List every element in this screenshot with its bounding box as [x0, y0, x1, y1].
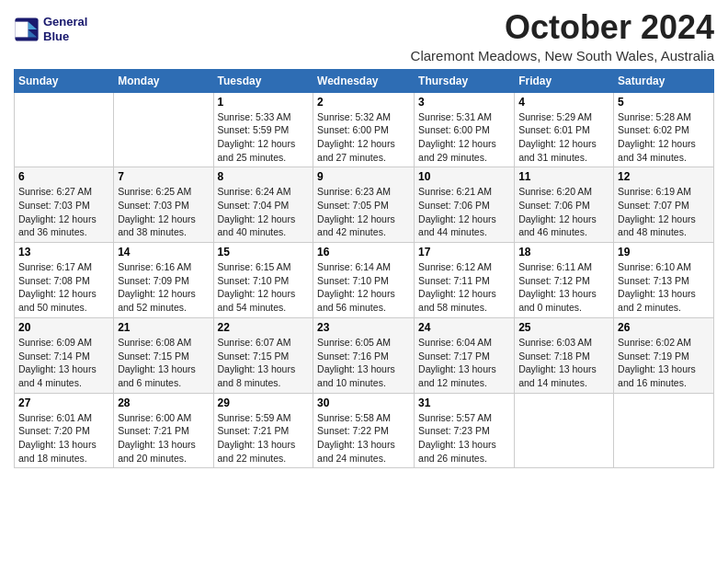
day-info: Sunrise: 6:05 AM Sunset: 7:16 PM Dayligh… — [317, 336, 410, 390]
day-info: Sunrise: 6:08 AM Sunset: 7:15 PM Dayligh… — [118, 336, 209, 390]
calendar-cell: 2Sunrise: 5:32 AM Sunset: 6:00 PM Daylig… — [313, 92, 415, 167]
calendar-cell: 8Sunrise: 6:24 AM Sunset: 7:04 PM Daylig… — [213, 167, 313, 243]
subtitle: Claremont Meadows, New South Wales, Aust… — [411, 48, 714, 63]
calendar-cell: 16Sunrise: 6:14 AM Sunset: 7:10 PM Dayli… — [313, 243, 415, 318]
header-day-monday: Monday — [114, 69, 213, 92]
logo-text: General Blue — [43, 15, 87, 43]
day-number: 15 — [218, 246, 310, 259]
calendar-cell: 29Sunrise: 5:59 AM Sunset: 7:21 PM Dayli… — [213, 393, 313, 468]
day-info: Sunrise: 5:59 AM Sunset: 7:21 PM Dayligh… — [218, 411, 310, 465]
day-info: Sunrise: 6:09 AM Sunset: 7:14 PM Dayligh… — [18, 336, 109, 390]
day-number: 17 — [418, 246, 510, 259]
week-row-1: 1Sunrise: 5:33 AM Sunset: 5:59 PM Daylig… — [15, 92, 714, 167]
day-info: Sunrise: 6:27 AM Sunset: 7:03 PM Dayligh… — [18, 185, 109, 239]
week-row-2: 6Sunrise: 6:27 AM Sunset: 7:03 PM Daylig… — [15, 167, 714, 243]
day-info: Sunrise: 6:07 AM Sunset: 7:15 PM Dayligh… — [218, 336, 310, 390]
day-info: Sunrise: 6:17 AM Sunset: 7:08 PM Dayligh… — [18, 260, 109, 315]
day-info: Sunrise: 5:58 AM Sunset: 7:22 PM Dayligh… — [317, 411, 410, 465]
calendar-cell: 13Sunrise: 6:17 AM Sunset: 7:08 PM Dayli… — [15, 243, 114, 318]
day-info: Sunrise: 6:02 AM Sunset: 7:19 PM Dayligh… — [618, 336, 710, 390]
calendar-cell: 25Sunrise: 6:03 AM Sunset: 7:18 PM Dayli… — [515, 317, 614, 393]
calendar-cell: 21Sunrise: 6:08 AM Sunset: 7:15 PM Dayli… — [114, 317, 213, 393]
day-number: 7 — [118, 170, 209, 183]
calendar-cell — [15, 92, 114, 167]
calendar-cell: 23Sunrise: 6:05 AM Sunset: 7:16 PM Dayli… — [313, 317, 415, 393]
day-number: 29 — [218, 396, 310, 409]
calendar-cell: 9Sunrise: 6:23 AM Sunset: 7:05 PM Daylig… — [313, 167, 415, 243]
day-number: 25 — [518, 321, 609, 334]
logo-line1: General — [43, 15, 87, 29]
day-number: 13 — [18, 246, 109, 259]
day-number: 16 — [317, 246, 410, 259]
calendar-cell: 5Sunrise: 5:28 AM Sunset: 6:02 PM Daylig… — [614, 92, 714, 167]
day-info: Sunrise: 5:33 AM Sunset: 5:59 PM Dayligh… — [218, 110, 310, 165]
calendar-cell — [614, 393, 714, 468]
day-number: 14 — [118, 246, 209, 259]
main-title: October 2024 — [411, 9, 714, 46]
day-number: 4 — [518, 96, 609, 109]
logo: General Blue — [14, 15, 87, 43]
day-info: Sunrise: 6:01 AM Sunset: 7:20 PM Dayligh… — [18, 411, 109, 465]
day-number: 24 — [418, 321, 510, 334]
header-day-thursday: Thursday — [415, 69, 515, 92]
week-row-3: 13Sunrise: 6:17 AM Sunset: 7:08 PM Dayli… — [15, 243, 714, 318]
day-number: 22 — [218, 321, 310, 334]
day-info: Sunrise: 6:23 AM Sunset: 7:05 PM Dayligh… — [317, 185, 410, 239]
calendar-cell: 24Sunrise: 6:04 AM Sunset: 7:17 PM Dayli… — [415, 317, 515, 393]
day-info: Sunrise: 6:24 AM Sunset: 7:04 PM Dayligh… — [218, 185, 310, 239]
header-day-saturday: Saturday — [614, 69, 714, 92]
calendar-cell: 20Sunrise: 6:09 AM Sunset: 7:14 PM Dayli… — [15, 317, 114, 393]
day-info: Sunrise: 6:16 AM Sunset: 7:09 PM Dayligh… — [118, 260, 209, 315]
calendar-cell: 17Sunrise: 6:12 AM Sunset: 7:11 PM Dayli… — [415, 243, 515, 318]
day-info: Sunrise: 6:04 AM Sunset: 7:17 PM Dayligh… — [418, 336, 510, 390]
day-number: 9 — [317, 170, 410, 183]
week-row-5: 27Sunrise: 6:01 AM Sunset: 7:20 PM Dayli… — [15, 393, 714, 468]
day-number: 30 — [317, 396, 410, 409]
day-info: Sunrise: 6:12 AM Sunset: 7:11 PM Dayligh… — [418, 260, 510, 315]
page-header: General Blue October 2024 Claremont Mead… — [14, 9, 714, 63]
calendar-cell: 30Sunrise: 5:58 AM Sunset: 7:22 PM Dayli… — [313, 393, 415, 468]
day-number: 27 — [18, 396, 109, 409]
header-day-friday: Friday — [515, 69, 614, 92]
day-number: 20 — [18, 321, 109, 334]
calendar-cell: 1Sunrise: 5:33 AM Sunset: 5:59 PM Daylig… — [213, 92, 313, 167]
day-info: Sunrise: 6:00 AM Sunset: 7:21 PM Dayligh… — [118, 411, 209, 465]
calendar-cell: 31Sunrise: 5:57 AM Sunset: 7:23 PM Dayli… — [415, 393, 515, 468]
calendar-cell: 19Sunrise: 6:10 AM Sunset: 7:13 PM Dayli… — [614, 243, 714, 318]
day-number: 23 — [317, 321, 410, 334]
day-info: Sunrise: 6:25 AM Sunset: 7:03 PM Dayligh… — [118, 185, 209, 239]
calendar-cell — [515, 393, 614, 468]
day-number: 12 — [618, 170, 710, 183]
day-info: Sunrise: 5:28 AM Sunset: 6:02 PM Dayligh… — [618, 110, 710, 165]
calendar-cell: 14Sunrise: 6:16 AM Sunset: 7:09 PM Dayli… — [114, 243, 213, 318]
calendar-cell: 3Sunrise: 5:31 AM Sunset: 6:00 PM Daylig… — [415, 92, 515, 167]
day-number: 11 — [518, 170, 609, 183]
calendar-cell: 6Sunrise: 6:27 AM Sunset: 7:03 PM Daylig… — [15, 167, 114, 243]
calendar-cell: 12Sunrise: 6:19 AM Sunset: 7:07 PM Dayli… — [614, 167, 714, 243]
calendar-cell: 4Sunrise: 5:29 AM Sunset: 6:01 PM Daylig… — [515, 92, 614, 167]
header-day-wednesday: Wednesday — [313, 69, 415, 92]
week-row-4: 20Sunrise: 6:09 AM Sunset: 7:14 PM Dayli… — [15, 317, 714, 393]
day-number: 18 — [518, 246, 609, 259]
day-info: Sunrise: 6:14 AM Sunset: 7:10 PM Dayligh… — [317, 260, 410, 315]
day-info: Sunrise: 6:15 AM Sunset: 7:10 PM Dayligh… — [218, 260, 310, 315]
calendar-cell: 11Sunrise: 6:20 AM Sunset: 7:06 PM Dayli… — [515, 167, 614, 243]
calendar-cell: 22Sunrise: 6:07 AM Sunset: 7:15 PM Dayli… — [213, 317, 313, 393]
day-info: Sunrise: 6:03 AM Sunset: 7:18 PM Dayligh… — [518, 336, 609, 390]
calendar-cell: 10Sunrise: 6:21 AM Sunset: 7:06 PM Dayli… — [415, 167, 515, 243]
calendar-cell: 26Sunrise: 6:02 AM Sunset: 7:19 PM Dayli… — [614, 317, 714, 393]
day-info: Sunrise: 6:19 AM Sunset: 7:07 PM Dayligh… — [618, 185, 710, 239]
day-info: Sunrise: 6:10 AM Sunset: 7:13 PM Dayligh… — [618, 260, 710, 315]
header-day-sunday: Sunday — [15, 69, 114, 92]
calendar-cell — [114, 92, 213, 167]
calendar-table: SundayMondayTuesdayWednesdayThursdayFrid… — [14, 69, 714, 469]
day-number: 1 — [218, 96, 310, 109]
calendar-cell: 28Sunrise: 6:00 AM Sunset: 7:21 PM Dayli… — [114, 393, 213, 468]
calendar-cell: 15Sunrise: 6:15 AM Sunset: 7:10 PM Dayli… — [213, 243, 313, 318]
header-day-tuesday: Tuesday — [213, 69, 313, 92]
day-number: 21 — [118, 321, 209, 334]
day-number: 3 — [418, 96, 510, 109]
day-number: 2 — [317, 96, 410, 109]
calendar-body: 1Sunrise: 5:33 AM Sunset: 5:59 PM Daylig… — [15, 92, 714, 468]
day-info: Sunrise: 6:20 AM Sunset: 7:06 PM Dayligh… — [518, 185, 609, 239]
